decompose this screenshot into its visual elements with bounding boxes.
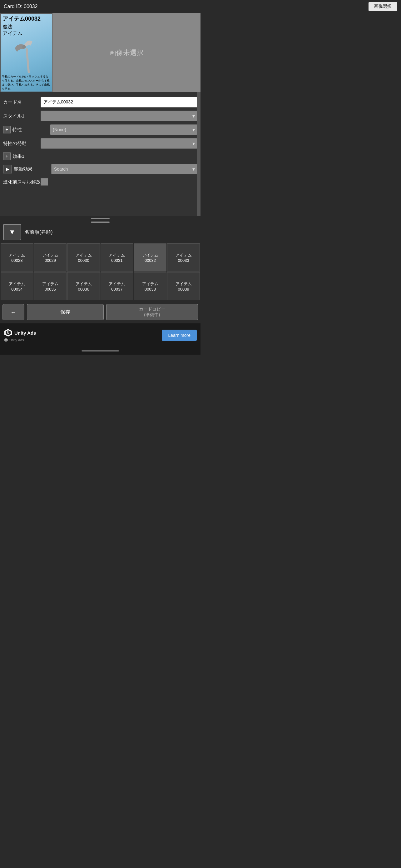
pre-evo-label: 進化前スキル解放 xyxy=(3,179,41,185)
sort-label: 名前順(昇順) xyxy=(24,229,53,236)
card-name-row: カード名 xyxy=(0,95,201,109)
list-item[interactable]: アイテム00034 xyxy=(1,272,33,300)
passive-effect-row: ▶ 能動効果 Search xyxy=(0,162,201,176)
pickaxe-icon xyxy=(8,35,45,79)
list-item[interactable]: アイテム00037 xyxy=(101,272,133,300)
passive-effect-play-button[interactable]: ▶ xyxy=(3,165,12,174)
scrollbar-vertical[interactable] xyxy=(197,92,201,216)
svg-rect-0 xyxy=(26,48,30,73)
list-item[interactable]: アイテム00030 xyxy=(67,243,100,272)
trait-select-wrapper: (None) xyxy=(50,124,197,135)
trait-trigger-select-wrapper xyxy=(41,138,197,149)
effect1-add-button[interactable]: + xyxy=(3,153,11,160)
trait-trigger-label: 特性の発動 xyxy=(3,141,41,147)
card-preview: アイテム00032 魔法 アイテム 手札のカードを2枚トラッシュするなら使える。… xyxy=(0,13,53,92)
home-indicator xyxy=(81,350,119,351)
svg-text:U: U xyxy=(7,331,9,334)
drag-handle-2 xyxy=(91,218,110,219)
unity-sub-logo: U Unity Ads xyxy=(4,338,24,342)
sort-bar: ▼ 名前順(昇順) xyxy=(0,221,201,243)
style1-row: スタイル1 xyxy=(0,109,201,123)
no-image-text: 画像未選択 xyxy=(109,48,144,58)
style1-select-wrapper xyxy=(41,111,197,121)
card-preview-desc: 手札のカードを2枚トラッシュするなら使える。山札のモンスターから１枚まで選び、手… xyxy=(1,74,52,92)
style1-select[interactable] xyxy=(41,111,197,121)
trait-label: 特性 xyxy=(12,127,50,133)
save-button[interactable]: 保存 xyxy=(27,304,104,320)
top-section: アイテム00032 魔法 アイテム 手札のカードを2枚トラッシュするなら使える。… xyxy=(0,0,201,92)
form-section: カード名 スタイル1 + 特性 (None) 特性の発動 + 効果1 xyxy=(0,92,201,216)
list-item[interactable]: アイテム00038 xyxy=(134,272,167,300)
card-preview-image xyxy=(1,37,52,78)
trait-trigger-select[interactable] xyxy=(41,138,197,149)
card-id-bar: Card ID: 00032 画像選択 xyxy=(0,0,201,13)
list-item[interactable]: アイテム00032 xyxy=(134,243,167,272)
trait-select[interactable]: (None) xyxy=(50,124,197,135)
unity-ads-brand: Unity Ads xyxy=(14,330,36,336)
unity-sub-icon: U xyxy=(4,338,8,342)
list-item[interactable]: アイテム00031 xyxy=(101,243,133,272)
list-item[interactable]: アイテム00029 xyxy=(34,243,67,272)
style1-label: スタイル1 xyxy=(3,113,41,119)
passive-effect-select[interactable]: Search xyxy=(51,164,197,174)
list-item[interactable]: アイテム00033 xyxy=(167,243,200,272)
trait-add-button[interactable]: + xyxy=(3,126,11,133)
list-item[interactable]: アイテム00035 xyxy=(34,272,67,300)
drag-handle-3 xyxy=(91,221,110,223)
unity-sub-text: Unity Ads xyxy=(9,338,24,342)
passive-effect-label: 能動効果 xyxy=(14,166,51,172)
unity-ads-title: U Unity Ads xyxy=(4,329,36,337)
list-item[interactable]: アイテム00039 xyxy=(167,272,200,300)
learn-more-button[interactable]: Learn more xyxy=(162,330,197,341)
copy-button[interactable]: カードコピー(準備中) xyxy=(106,304,198,320)
form-spacer xyxy=(0,188,201,213)
trait-row: + 特性 (None) xyxy=(0,123,201,136)
card-preview-title: アイテム00032 xyxy=(1,14,52,24)
bottom-bar: ← 保存 カードコピー(準備中) xyxy=(0,301,201,323)
unity-logo-icon: U xyxy=(4,329,12,337)
unity-ads-logo: U Unity Ads U Unity Ads xyxy=(4,329,36,342)
effect1-row: + 効果1 xyxy=(0,150,201,162)
svg-text:U: U xyxy=(5,339,6,341)
drag-divider[interactable] xyxy=(0,216,201,221)
card-preview-type2: アイテム xyxy=(1,30,52,37)
pre-evo-checkbox[interactable] xyxy=(41,178,48,186)
passive-effect-select-wrapper: Search xyxy=(51,164,197,174)
home-bar xyxy=(0,347,201,354)
card-grid: アイテム00028 アイテム00029 アイテム00030 アイテム00031 … xyxy=(0,243,201,301)
list-item[interactable]: アイテム00028 xyxy=(1,243,33,272)
card-preview-type1: 魔法 xyxy=(1,24,52,30)
card-id-text: Card ID: 00032 xyxy=(4,4,38,9)
ads-banner: U Unity Ads U Unity Ads Learn more xyxy=(0,323,201,347)
card-name-input[interactable] xyxy=(41,97,197,107)
no-image-panel: 画像未選択 xyxy=(53,13,201,92)
back-button[interactable]: ← xyxy=(2,304,24,320)
card-name-label: カード名 xyxy=(3,99,41,105)
trait-trigger-row: 特性の発動 xyxy=(0,136,201,150)
effect1-label: 効果1 xyxy=(12,153,50,159)
list-item[interactable]: アイテム00036 xyxy=(67,272,100,300)
sort-dropdown-button[interactable]: ▼ xyxy=(3,224,21,240)
pre-evo-row: 進化前スキル解放 xyxy=(0,176,201,188)
